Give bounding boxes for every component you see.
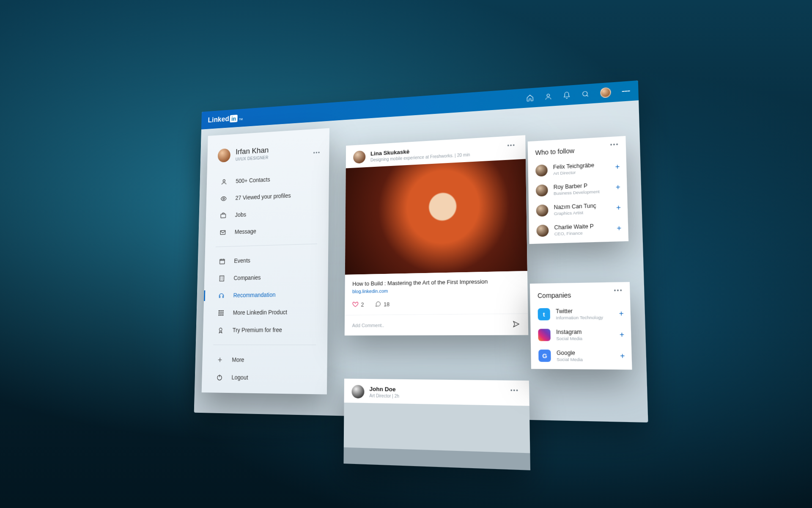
post-image[interactable] <box>345 159 527 274</box>
nav-label: Message <box>235 228 256 235</box>
like-button[interactable]: 2 <box>352 301 364 308</box>
nav-label: Recommandation <box>233 291 276 298</box>
post-link[interactable]: blog.linkedin.com <box>352 286 519 294</box>
suggestion-sub: Graphics Artist <box>554 210 597 216</box>
avatar[interactable] <box>600 87 611 98</box>
follow-button[interactable]: + <box>617 224 621 232</box>
svg-point-10 <box>222 310 223 311</box>
suggestion-sub: Business Development <box>554 189 600 196</box>
follow-button[interactable]: + <box>619 309 623 318</box>
company-name: Google <box>557 350 583 356</box>
bell-icon[interactable] <box>562 91 571 99</box>
suggestion-row[interactable]: Roy Barber PBusiness Development+ <box>528 177 627 201</box>
nav-label: Events <box>234 257 250 264</box>
svg-point-8 <box>219 310 219 311</box>
nav-item-logout[interactable]: Logout <box>202 368 327 387</box>
svg-rect-7 <box>219 276 224 281</box>
svg-rect-6 <box>219 259 225 264</box>
post-author-avatar[interactable] <box>353 150 365 163</box>
company-logo: G <box>538 350 551 362</box>
post-author-name[interactable]: John Doe <box>369 386 399 393</box>
profile-name: Irfan Khan <box>236 146 269 156</box>
company-logo: t <box>538 308 550 320</box>
panel-menu-icon[interactable]: ••• <box>614 287 623 294</box>
profile-menu-icon[interactable]: ••• <box>313 149 321 155</box>
svg-point-11 <box>219 312 219 313</box>
suggestion-avatar <box>536 224 549 237</box>
feed-post-1: Lina Skukaskė Designing mobile experienc… <box>345 135 528 335</box>
svg-point-0 <box>547 94 549 97</box>
user-icon[interactable] <box>544 93 552 101</box>
suggestion-avatar <box>536 184 548 196</box>
add-comment-input[interactable]: Add Comment.. <box>352 323 384 328</box>
nav-item-products[interactable]: More Linkedin Product <box>203 303 328 321</box>
nav-item-more[interactable]: More <box>202 351 327 369</box>
events-icon <box>218 257 226 265</box>
svg-point-15 <box>220 314 221 315</box>
panel-menu-icon[interactable]: ••• <box>610 141 619 148</box>
home-icon[interactable] <box>526 94 534 102</box>
suggestion-name: Felix Teichgräbe <box>553 162 595 171</box>
premium-icon <box>217 326 224 334</box>
search-icon[interactable] <box>581 90 589 98</box>
company-sub: Social Media <box>557 357 583 362</box>
suggestion-avatar <box>536 204 549 217</box>
feed-post-2: John Doe Art Director | 2h ••• <box>343 378 530 470</box>
suggestion-name: Nazım Can Tunç <box>554 202 596 210</box>
send-icon[interactable] <box>513 320 520 329</box>
svg-point-3 <box>222 198 224 199</box>
company-name: Twitter <box>556 308 603 315</box>
nav-label: Jobs <box>235 211 247 218</box>
svg-point-13 <box>222 312 223 313</box>
suggestion-row[interactable]: Charlie Waite PCEO, Finance+ <box>529 218 628 241</box>
follow-button[interactable]: + <box>620 331 624 340</box>
follow-button[interactable]: + <box>616 183 620 191</box>
who-to-follow-panel: Who to follow ••• Felix TeichgräbeArt Di… <box>528 136 628 244</box>
nav-label: 500+ Contacts <box>236 176 270 184</box>
svg-point-17 <box>219 328 222 331</box>
logout-icon <box>215 373 223 381</box>
follow-button[interactable]: + <box>615 163 620 171</box>
nav-label: 27 Viewed your profiles <box>235 192 291 201</box>
follow-button[interactable]: + <box>616 203 621 212</box>
post-image[interactable] <box>343 403 530 470</box>
jobs-icon <box>219 211 227 220</box>
company-row[interactable]: GGoogleSocial Media+ <box>531 345 632 367</box>
nav-item-events[interactable]: Events <box>205 250 328 270</box>
suggestion-row[interactable]: Nazım Can TunçGraphics Artist+ <box>529 197 628 221</box>
products-icon <box>217 309 225 317</box>
suggestion-sub: CEO, Finance <box>554 230 594 236</box>
post-menu-icon[interactable]: ••• <box>510 387 519 394</box>
company-row[interactable]: tTwitterInformation Technology+ <box>530 303 631 325</box>
nav-item-recommend[interactable]: Recommandation <box>204 285 328 304</box>
post-meta: Art Director | 2h <box>369 393 399 399</box>
suggestion-name: Roy Barber P <box>554 182 600 190</box>
svg-point-9 <box>220 310 221 311</box>
profile-role: UI/UX DESIGNER <box>236 155 269 162</box>
nav-item-premium[interactable]: Try Premium for free <box>203 321 328 339</box>
company-sub: Information Technology <box>556 315 603 320</box>
companies-panel: Companies ••• tTwitterInformation Techno… <box>530 282 632 370</box>
company-row[interactable]: InstagramSocial Media+ <box>530 324 631 345</box>
svg-point-16 <box>222 314 223 315</box>
post-author-avatar[interactable] <box>351 385 364 398</box>
company-sub: Social Media <box>556 336 582 341</box>
nav-label: More <box>232 356 244 363</box>
menu-icon[interactable] <box>622 87 630 96</box>
nav-label: Logout <box>231 374 248 381</box>
nav-item-companies[interactable]: Companies <box>204 267 328 287</box>
recommend-icon <box>217 291 225 300</box>
comment-button[interactable]: 18 <box>375 301 390 308</box>
post-title: How to Build : Mastering the Art of the … <box>352 278 519 287</box>
contacts-icon <box>220 177 228 186</box>
nav-label: More Linkedin Product <box>233 309 287 316</box>
more-icon <box>216 356 223 364</box>
sidebar: Irfan Khan UI/UX DESIGNER ••• 500+ Conta… <box>202 128 329 395</box>
nav-label: Try Premium for free <box>233 326 282 333</box>
svg-point-14 <box>219 315 219 315</box>
titlebar: LinkedinTM <box>201 80 639 130</box>
follow-button[interactable]: + <box>620 352 625 361</box>
svg-point-12 <box>220 312 221 313</box>
suggestion-avatar <box>535 164 548 177</box>
post-menu-icon[interactable]: ••• <box>507 142 516 149</box>
